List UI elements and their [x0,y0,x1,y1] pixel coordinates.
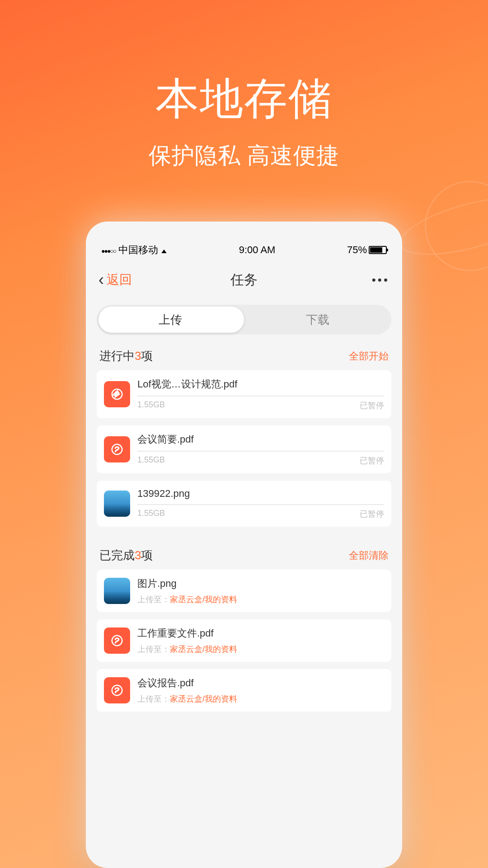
signal-icon [101,244,116,256]
file-name: 会议报告.pdf [137,676,384,690]
image-thumbnail [104,491,130,517]
task-status: 已暂停 [360,509,384,519]
progress-bar [137,504,384,505]
start-all-button[interactable]: 全部开始 [349,349,389,363]
task-status: 已暂停 [360,400,384,411]
file-size: 1.55GB [137,400,165,411]
battery-pct: 75% [347,244,367,256]
progress-bar [137,451,384,452]
status-bar: 中国移动 9:00 AM 75% [86,222,402,261]
battery-icon [369,246,387,254]
upload-path: 上传至：家丞云盒/我的资料 [137,594,384,605]
file-name: Lof视觉…设计规范.pdf [137,377,384,391]
clear-all-button[interactable]: 全部清除 [349,549,389,562]
tabs: 上传 下载 [97,305,391,335]
task-status: 已暂停 [360,455,384,466]
hero-title: 本地存储 [0,70,488,129]
tab-upload[interactable]: 上传 [97,312,244,328]
carrier-label: 中国移动 [118,243,158,257]
pdf-icon [104,677,130,703]
completed-item[interactable]: 图片.png 上传至：家丞云盒/我的资料 [97,570,391,612]
nav-bar: ‹ 返回 任务 ••• [86,261,402,298]
back-chevron-icon[interactable]: ‹ [99,270,104,289]
completed-title: 已完成3项 [99,547,153,563]
phone-mockup: 中国移动 9:00 AM 75% ‹ 返回 任务 ••• 上传 下载 进行中3项… [86,222,402,868]
image-thumbnail [104,578,130,604]
file-name: 工作重要文件.pdf [137,627,384,640]
completed-header: 已完成3项 全部清除 [86,534,402,570]
task-item[interactable]: 139922.png 1.55GB 已暂停 [97,481,391,527]
back-button[interactable]: 返回 [107,271,132,288]
status-time: 9:00 AM [239,244,276,256]
progress-bar [137,396,384,396]
pdf-icon [104,381,130,407]
tab-download[interactable]: 下载 [244,312,391,328]
pdf-icon [104,627,130,654]
file-size: 1.55GB [137,455,165,466]
completed-item[interactable]: 工作重要文件.pdf 上传至：家丞云盒/我的资料 [97,619,391,662]
wifi-icon [161,244,167,256]
in-progress-header: 进行中3项 全部开始 [86,335,402,370]
planet-decoration [398,154,488,298]
upload-path: 上传至：家丞云盒/我的资料 [137,644,384,655]
file-name: 139922.png [137,488,384,500]
file-size: 1.55GB [137,509,165,519]
task-item[interactable]: 会议简要.pdf 1.55GB 已暂停 [97,425,391,473]
upload-path: 上传至：家丞云盒/我的资料 [137,693,384,704]
pdf-icon [104,436,130,462]
file-name: 会议简要.pdf [137,433,384,446]
completed-item[interactable]: 会议报告.pdf 上传至：家丞云盒/我的资料 [97,669,391,712]
more-button[interactable]: ••• [372,273,389,287]
page-title: 任务 [230,271,258,289]
file-name: 图片.png [137,577,384,590]
in-progress-title: 进行中3项 [99,348,153,364]
task-item[interactable]: Lof视觉…设计规范.pdf 1.55GB 已暂停 [97,370,391,418]
